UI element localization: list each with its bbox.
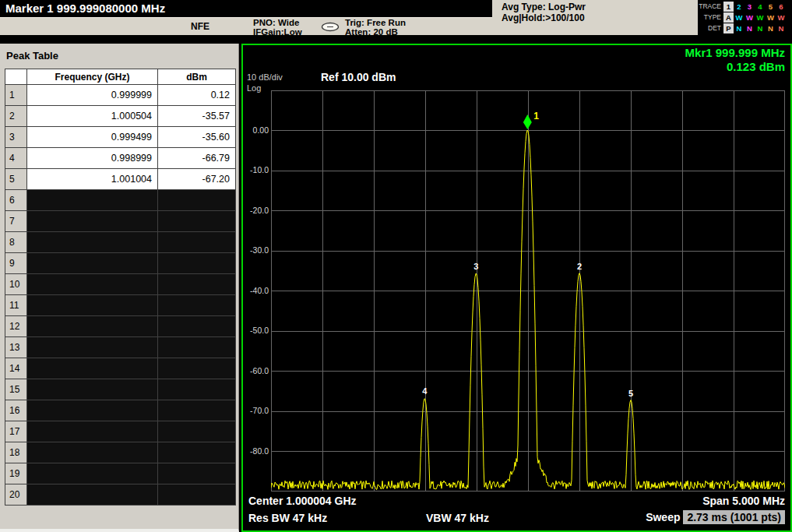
peak-col-dbm: dBm: [158, 69, 236, 85]
avg-status-block: Avg Type: Log-Pwr Avg|Hold:>100/100: [502, 2, 586, 23]
trace-6-trace-cell[interactable]: 6: [776, 2, 787, 12]
trace-6-det-cell[interactable]: N: [776, 23, 787, 33]
rbw-annotation: Res BW 47 kHz: [248, 512, 327, 524]
trace-1-det-cell[interactable]: P: [723, 23, 734, 33]
trace-6-type-cell[interactable]: W: [776, 12, 787, 23]
peak-row-number: 14: [5, 358, 27, 379]
peak-dbm-value: -66.79: [158, 148, 236, 169]
peak-frequency-value: [27, 379, 158, 400]
trace-3-type-cell[interactable]: W: [744, 12, 755, 23]
peak-table-panel: Peak Table Frequency (GHz) dBm 10.999999…: [0, 44, 239, 532]
trace-3-det-cell[interactable]: N: [744, 23, 755, 33]
peak-table-row: 11: [5, 295, 236, 316]
peak-row-number: 16: [5, 400, 27, 421]
peak-dbm-value: [158, 274, 236, 295]
peak-row-number: 13: [5, 337, 27, 358]
peak-row-number: 17: [5, 421, 27, 442]
marker-1-number-label: 1: [533, 111, 539, 122]
peak-dbm-value: -67.20: [158, 169, 236, 190]
scale-per-div-label: 10 dB/div: [247, 72, 283, 82]
graticule: [271, 90, 785, 491]
peak-table-row: 7: [5, 211, 236, 232]
spectrum-display: Mkr1 999.999 MHz 0.123 dBm 10 dB/div Log…: [241, 44, 792, 532]
nfe-status: NFE: [191, 21, 209, 32]
peak-number-label: 3: [473, 262, 478, 271]
peak-frequency-value: [27, 421, 158, 442]
peak-dbm-value: [158, 442, 236, 463]
peak-row-number: 3: [5, 127, 27, 148]
peak-table-row: 40.998999-66.79: [5, 148, 236, 169]
peak-table-row: 13: [5, 337, 236, 358]
trigger-status-block: Trig: Free Run Atten: 20 dB: [345, 18, 406, 37]
trace-2-type-cell[interactable]: W: [734, 12, 744, 23]
trig-text: Trig: Free Run: [345, 19, 406, 28]
peak-frequency-value: 1.000504: [27, 106, 158, 127]
peak-row-number: 18: [5, 442, 27, 463]
peak-col-number: [5, 69, 27, 85]
peak-number-label: 5: [628, 389, 633, 398]
peak-row-number: 7: [5, 211, 27, 232]
trace-4-trace-cell[interactable]: 4: [755, 2, 766, 12]
marker-1-diamond[interactable]: [523, 115, 532, 129]
peak-table-row: 8: [5, 232, 236, 253]
trace-2-det-cell[interactable]: N: [734, 23, 744, 33]
span-annotation: Span 5.000 MHz: [702, 495, 785, 507]
marker-readout-display: Mkr1 999.999 MHz 0.123 dBm: [685, 46, 785, 74]
sweep-value-active-function[interactable]: 2.73 ms (1001 pts): [683, 510, 785, 524]
trace-panel-label-trace: TRACE: [698, 2, 723, 10]
peak-row-number: 11: [5, 295, 27, 316]
sweep-label: Sweep: [646, 511, 680, 523]
peak-row-number: 9: [5, 253, 27, 274]
pno-text: PNO: Wide: [253, 19, 302, 28]
trace-5-det-cell[interactable]: N: [766, 23, 776, 33]
annotation-row-1: Center 1.000004 GHz Span 5.000 MHz: [248, 495, 785, 507]
peak-row-number: 8: [5, 232, 27, 253]
peak-frequency-value: [27, 442, 158, 463]
peak-dbm-value: [158, 316, 236, 337]
peak-table-row: 21.000504-35.57: [5, 106, 236, 127]
peak-frequency-value: [27, 190, 158, 211]
avg-type-text: Avg Type: Log-Pwr: [502, 2, 586, 12]
y-axis-label: -70.0: [243, 406, 269, 415]
peak-frequency-value: 1.001004: [27, 169, 158, 190]
peak-table-row: 14: [5, 358, 236, 379]
trace-1-type-cell[interactable]: A: [723, 12, 734, 23]
trace-3-trace-cell[interactable]: 3: [744, 2, 755, 12]
y-axis-label: -10.0: [243, 165, 269, 174]
atten-text: Atten: 20 dB: [345, 28, 406, 37]
peak-table: Frequency (GHz) dBm 10.9999990.1221.0005…: [5, 69, 236, 506]
peak-dbm-value: -35.60: [158, 127, 236, 148]
trace-panel-row-type: TYPEAWWWWW: [698, 12, 792, 23]
trace-4-det-cell[interactable]: N: [755, 23, 766, 33]
trace-1-trace-cell[interactable]: 1: [723, 2, 734, 12]
peak-frequency-value: [27, 358, 158, 379]
peak-frequency-value: 0.998999: [27, 148, 158, 169]
peak-row-number: 20: [5, 484, 27, 506]
peak-table-row: 16: [5, 400, 236, 421]
trace-5-trace-cell[interactable]: 5: [766, 2, 776, 12]
peak-dbm-value: [158, 379, 236, 400]
peak-dbm-value: [158, 463, 236, 484]
peak-table-row: 12: [5, 316, 236, 337]
peak-row-number: 10: [5, 274, 27, 295]
peak-frequency-value: [27, 211, 158, 232]
peak-row-number: 2: [5, 106, 27, 127]
y-axis-label: -60.0: [243, 366, 269, 375]
peak-table-row: 30.999499-35.60: [5, 127, 236, 148]
peak-frequency-value: [27, 316, 158, 337]
trace-4-type-cell[interactable]: W: [755, 12, 766, 23]
y-axis-label: 0.00: [243, 125, 269, 135]
peak-table-row: 18: [5, 442, 236, 463]
peak-table-row: 15: [5, 379, 236, 400]
peak-frequency-value: [27, 232, 158, 253]
ifgain-text: IFGain:Low: [253, 28, 302, 37]
trace-2-trace-cell[interactable]: 2: [734, 2, 744, 12]
trace-panel-row-det: DETPNNNNN: [698, 23, 792, 33]
peak-table-row: 17: [5, 421, 236, 442]
sweep-annotation: Sweep 2.73 ms (1001 pts): [646, 511, 785, 523]
trace-5-type-cell[interactable]: W: [766, 12, 776, 23]
peak-dbm-value: [158, 253, 236, 274]
peak-frequency-value: [27, 274, 158, 295]
avg-hold-text: Avg|Hold:>100/100: [502, 12, 586, 23]
graticule-plot: 12345: [271, 90, 785, 491]
